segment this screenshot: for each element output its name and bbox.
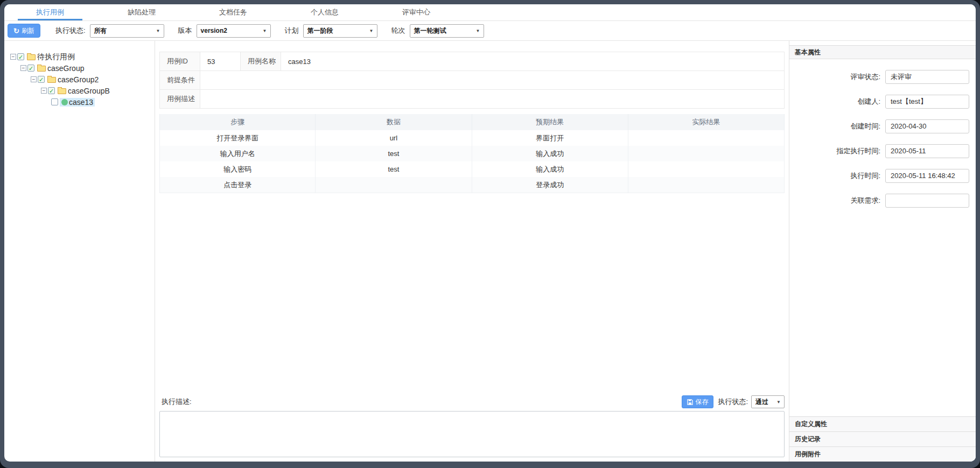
tree-node-pending-cases[interactable]: − ✓ 待执行用例 bbox=[10, 51, 155, 62]
exec-time-field: 执行时间: 2020-05-11 16:48:42 bbox=[789, 164, 976, 188]
table-row[interactable]: 打开登录界面 url 界面打开 bbox=[159, 130, 785, 146]
actual-cell bbox=[628, 146, 785, 161]
step-cell: 打开登录界面 bbox=[159, 130, 316, 146]
case-detail-panel: 用例ID 53 用例名称 case13 前提条件 用例描述 bbox=[155, 41, 789, 462]
exec-time-label: 执行时间: bbox=[789, 171, 885, 181]
expected-cell: 输入成功 bbox=[472, 146, 628, 161]
dropdown-arrow-icon: ▼ bbox=[263, 29, 267, 33]
plan-select[interactable]: 第一阶段 ▼ bbox=[303, 24, 377, 38]
exec-status-select[interactable]: 所有 ▼ bbox=[90, 24, 164, 38]
selected-tree-node[interactable]: case13 bbox=[60, 98, 95, 107]
section-attachments[interactable]: 用例附件 bbox=[789, 446, 976, 462]
case-id-row: 用例ID 53 用例名称 case13 bbox=[160, 52, 784, 71]
expected-cell: 输入成功 bbox=[472, 161, 628, 177]
tab-document-tasks[interactable]: 文档任务 bbox=[187, 4, 279, 20]
tab-execute-cases[interactable]: 执行用例 bbox=[4, 4, 96, 20]
related-requirement-field: 关联需求: bbox=[789, 188, 976, 213]
top-tab-bar: 执行用例 缺陷处理 文档任务 个人信息 评审中心 bbox=[4, 4, 976, 21]
table-row[interactable]: 输入用户名 test 输入成功 bbox=[159, 146, 785, 161]
tree-node-casegroupb[interactable]: − ✓ caseGroupB bbox=[10, 85, 155, 96]
checkbox-checked-icon[interactable]: ✓ bbox=[48, 87, 55, 94]
exec-status-filter-label: 执行状态: bbox=[55, 26, 86, 36]
creator-field: 创建人: test【test】 bbox=[789, 89, 976, 114]
column-header-step: 步骤 bbox=[159, 114, 316, 130]
tab-review-center[interactable]: 评审中心 bbox=[370, 4, 462, 20]
step-cell: 输入用户名 bbox=[159, 146, 316, 161]
refresh-icon: ↻ bbox=[13, 27, 19, 34]
tree-node-label[interactable]: 待执行用例 bbox=[37, 52, 75, 62]
create-time-input[interactable]: 2020-04-30 bbox=[885, 119, 969, 133]
precondition-row: 前提条件 bbox=[160, 71, 784, 90]
case-dot-icon bbox=[61, 99, 68, 105]
column-header-actual: 实际结果 bbox=[628, 114, 785, 130]
section-custom-properties[interactable]: 自定义属性 bbox=[789, 416, 976, 431]
tree-node-casegroup2[interactable]: − ✓ caseGroup2 bbox=[10, 74, 155, 85]
dropdown-arrow-icon: ▼ bbox=[776, 400, 781, 405]
create-time-label: 创建时间: bbox=[789, 122, 885, 131]
version-select[interactable]: version2 ▼ bbox=[197, 24, 271, 38]
case-name-label: 用例名称 bbox=[241, 52, 281, 70]
expected-cell: 界面打开 bbox=[472, 130, 628, 146]
checkbox-unchecked-icon[interactable] bbox=[51, 98, 58, 105]
tree-node-casegroup[interactable]: − ✓ caseGroup bbox=[10, 62, 155, 74]
folder-icon bbox=[37, 66, 46, 72]
scheduled-exec-time-label: 指定执行时间: bbox=[789, 146, 885, 156]
review-status-label: 评审状态: bbox=[789, 72, 885, 82]
properties-panel: 基本属性 评审状态: 未评审 创建人: test【test】 创建时间: 202… bbox=[789, 41, 976, 462]
tree-node-label[interactable]: caseGroup2 bbox=[58, 75, 99, 84]
tree-node-label[interactable]: case13 bbox=[69, 98, 93, 107]
case-info-table: 用例ID 53 用例名称 case13 前提条件 用例描述 bbox=[159, 52, 785, 109]
table-row[interactable]: 输入密码 test 输入成功 bbox=[159, 161, 785, 177]
tab-defect-handling[interactable]: 缺陷处理 bbox=[96, 4, 187, 20]
tree-node-label[interactable]: caseGroup bbox=[47, 64, 84, 73]
exec-time-input[interactable]: 2020-05-11 16:48:42 bbox=[885, 169, 969, 183]
scheduled-exec-time-field: 指定执行时间: 2020-05-11 bbox=[789, 139, 976, 164]
review-status-input[interactable]: 未评审 bbox=[885, 70, 969, 84]
app-window: 执行用例 缺陷处理 文档任务 个人信息 评审中心 ↻ 刷新 执行状态: 所有 ▼… bbox=[4, 4, 976, 462]
tree-node-label[interactable]: caseGroupB bbox=[68, 87, 110, 95]
execution-bar: 执行描述: 保存 执行状态: 通过 bbox=[159, 395, 785, 409]
plan-select-value: 第一阶段 bbox=[307, 26, 333, 36]
collapse-icon[interactable]: − bbox=[41, 88, 47, 94]
data-cell bbox=[316, 177, 472, 193]
dropdown-arrow-icon: ▼ bbox=[476, 29, 480, 33]
data-cell: test bbox=[316, 161, 472, 177]
save-icon bbox=[687, 399, 693, 405]
basic-properties-fields: 评审状态: 未评审 创建人: test【test】 创建时间: 2020-04-… bbox=[789, 59, 976, 213]
refresh-button[interactable]: ↻ 刷新 bbox=[8, 24, 40, 38]
case-tree-panel: − ✓ 待执行用例 − ✓ caseGroup − ✓ c bbox=[4, 41, 155, 462]
case-id-label: 用例ID bbox=[160, 52, 200, 70]
execution-status-select[interactable]: 通过 ▼ bbox=[751, 395, 785, 408]
collapse-icon[interactable]: − bbox=[10, 54, 16, 60]
creator-input[interactable]: test【test】 bbox=[885, 95, 969, 109]
actual-cell bbox=[628, 130, 785, 146]
save-button[interactable]: 保存 bbox=[682, 395, 713, 408]
checkbox-checked-icon[interactable]: ✓ bbox=[17, 53, 24, 60]
creator-label: 创建人: bbox=[789, 97, 885, 107]
section-history[interactable]: 历史记录 bbox=[789, 431, 976, 446]
execution-status-label: 执行状态: bbox=[718, 397, 748, 407]
checkbox-checked-icon[interactable]: ✓ bbox=[38, 76, 45, 83]
checkbox-checked-icon[interactable]: ✓ bbox=[27, 65, 34, 72]
scheduled-exec-time-input[interactable]: 2020-05-11 bbox=[885, 144, 969, 158]
round-select[interactable]: 第一轮测试 ▼ bbox=[410, 24, 484, 38]
review-status-field: 评审状态: 未评审 bbox=[789, 65, 976, 89]
execution-status-value: 通过 bbox=[755, 398, 768, 407]
related-requirement-input[interactable] bbox=[885, 194, 969, 208]
precondition-label: 前提条件 bbox=[160, 71, 200, 89]
tab-personal-info[interactable]: 个人信息 bbox=[279, 4, 370, 20]
table-row[interactable]: 点击登录 登录成功 bbox=[159, 177, 785, 193]
case-name-value: case13 bbox=[281, 52, 784, 70]
version-filter-label: 版本 bbox=[178, 26, 192, 36]
precondition-value bbox=[200, 71, 784, 89]
column-header-expected: 预期结果 bbox=[472, 114, 628, 130]
collapsed-sections: 自定义属性 历史记录 用例附件 bbox=[789, 416, 976, 462]
tree-node-case13[interactable]: case13 bbox=[10, 96, 155, 108]
collapse-icon[interactable]: − bbox=[20, 65, 26, 71]
dropdown-arrow-icon: ▼ bbox=[369, 29, 374, 33]
basic-properties-header[interactable]: 基本属性 bbox=[789, 45, 976, 59]
expected-cell: 登录成功 bbox=[472, 177, 628, 193]
execution-description-textarea[interactable] bbox=[159, 411, 785, 457]
folder-icon bbox=[47, 77, 56, 83]
collapse-icon[interactable]: − bbox=[31, 76, 37, 82]
